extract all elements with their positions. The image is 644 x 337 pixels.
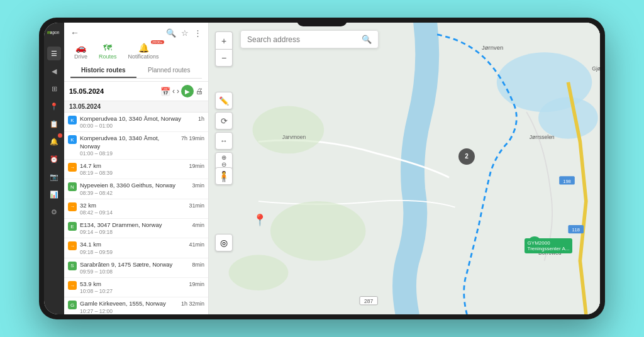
pegman-button[interactable]: 🧍 [215,167,233,185]
list-item[interactable]: N Nypeveien 8, 3360 Geithus, Norway 08:3… [64,179,208,199]
route-name: Nypeveien 8, 3360 Geithus, Norway [80,182,189,189]
route-icon: E [68,222,77,231]
tab-notifications[interactable]: 🔔 Notifications 2000+ [125,41,163,61]
search-input[interactable] [247,35,362,44]
location-button[interactable]: ◎ [215,234,233,251]
route-duration: 1h 32min [181,301,204,307]
route-icon: N [68,182,77,191]
logo-area: m apon [47,28,61,39]
share-tool-button[interactable]: ↔ [215,132,233,150]
route-time: 08:42 – 09:14 [80,209,186,216]
next-date-button[interactable]: › [177,87,179,96]
route-info: 53.9 km 10:08 – 10:27 [80,280,186,294]
pen-tool-button[interactable]: ✏️ [215,92,233,109]
route-name: 14.7 km [80,162,186,170]
route-name: Komperudvea 10, 3340 Åmot, Norway [80,115,195,123]
today-button[interactable]: ▶ [181,85,194,97]
sub-tabs: Historic routes Planned routes [70,64,202,79]
date-controls: 📅 ‹ › ▶ 🖨 [160,85,203,97]
zoom-out-button[interactable]: − [215,49,233,67]
route-name: 53.9 km [80,280,186,288]
sidebar-icon-chart[interactable]: 📊 [47,187,61,201]
list-item[interactable]: → 34.1 km 09:18 – 09:59 41min [64,238,208,258]
search-icon[interactable]: 🔍 [166,28,176,38]
route-time: 01:00 – 08:19 [80,150,178,157]
menu-icon[interactable]: ⋮ [194,28,202,38]
sidebar-icon-clock[interactable]: ⏰ [47,152,61,166]
route-duration: 19min [189,163,204,169]
route-time: 09:59 – 10:08 [80,268,189,275]
search-icon: 🔍 [362,35,372,44]
zoom-in-button[interactable]: + [215,31,233,49]
svg-text:198: 198 [563,179,571,184]
notification-dot [58,133,62,138]
back-button[interactable]: ← [70,28,79,38]
map-svg: 287 198 118 Jørnven Gjørr... Jarvmoen Jø… [209,23,600,314]
drive-icon: 🚗 [75,43,86,53]
mapon-logo: m apon [47,28,61,36]
search-bar[interactable]: 🔍 [240,30,379,48]
route-icon: → [68,202,77,211]
route-time: 10:27 – 12:00 [80,308,178,314]
map-toolbar: ✏️ ⟳ ↔ ⊕⊖ [215,92,233,170]
route-icon: → [68,163,77,172]
svg-text:287: 287 [364,298,373,304]
list-item[interactable]: → 32 km 08:42 – 09:14 31min [64,199,208,219]
route-name: 34.1 km [80,241,186,248]
route-info: 32 km 08:42 – 09:14 [80,202,186,216]
sidebar-icon-doc[interactable]: 📋 [47,117,61,131]
svg-point-4 [538,97,598,138]
map-area[interactable]: 287 198 118 Jørnven Gjørr... Jarvmoen Jø… [209,23,600,314]
route-duration: 4min [192,222,204,228]
route-icon: → [68,241,77,250]
print-button[interactable]: 🖨 [196,87,203,96]
sidebar-icon-pin[interactable]: 📍 [47,99,61,113]
route-duration: 1h [198,116,204,122]
list-item[interactable]: K Komperudvea 10, 3340 Åmot, Norway 00:0… [64,113,208,132]
route-duration: 3min [192,182,204,189]
tab-notifications-label: Notifications [128,53,159,60]
sidebar-icon-alert[interactable]: 🔔 [47,135,61,148]
sub-tab-historic[interactable]: Historic routes [70,64,136,78]
route-duration: 41min [189,241,204,248]
sidebar-icon-menu[interactable]: ☰ [47,47,61,60]
tab-drive[interactable]: 🚗 Drive [70,41,91,61]
icon-sidebar: m apon ☰ ◀ ⊞ 📍 📋 🔔 ⏰ 📷 📊 ⚙ [44,23,64,314]
list-item[interactable]: S Sarabrâten 9, 1475 Sætre, Norway 09:59… [64,258,208,278]
tab-routes[interactable]: 🗺 Routes [95,41,121,61]
route-info: Komperudvea 10, 3340 Åmot, Norway 01:00 … [80,135,178,157]
route-time: 09:14 – 09:18 [80,229,189,235]
routes-icon: 🗺 [103,43,112,53]
route-time: 08:19 – 08:39 [80,170,186,176]
route-icon: K [68,116,77,124]
tab-drive-label: Drive [74,53,87,60]
route-duration: 31min [189,202,204,209]
list-item[interactable]: → 53.9 km 10:08 – 10:27 19min [64,278,208,297]
gym-label: GYM2000Treningssenter A... [525,238,573,253]
sidebar-icon-grid[interactable]: ⊞ [47,82,61,96]
route-icon: K [68,135,77,144]
list-item[interactable]: → 14.7 km 08:19 – 08:39 19min [64,160,208,179]
notifications-badge: 2000+ [151,40,164,44]
sub-tab-planned[interactable]: Planned routes [136,64,203,78]
route-duration: 8min [192,262,204,268]
svg-point-13 [229,255,289,290]
star-icon[interactable]: ☆ [181,28,189,38]
sidebar-icon-settings[interactable]: ⚙ [47,205,61,219]
route-time: 00:00 – 01:00 [80,123,195,129]
sidebar-icon-camera[interactable]: 📷 [47,170,61,184]
date-row: 15.05.2024 📅 ‹ › ▶ 🖨 [64,82,208,101]
route-icon: G [68,301,77,309]
map-marker-2[interactable]: 2 [458,148,475,165]
route-time: 10:08 – 10:27 [80,288,186,294]
zoom-controls: + − [215,31,233,67]
list-item[interactable]: E E134, 3047 Drammen, Norway 09:14 – 09:… [64,219,208,238]
device-frame: m apon ☰ ◀ ⊞ 📍 📋 🔔 ⏰ 📷 📊 ⚙ ← [39,18,605,319]
list-item[interactable]: G Gamle Kirkeveen, 1555, Norway 10:27 – … [64,297,208,314]
prev-date-button[interactable]: ‹ [172,87,175,96]
route-tool-button[interactable]: ⟳ [215,112,233,130]
list-item[interactable]: K Komperudvea 10, 3340 Åmot, Norway 01:0… [64,132,208,160]
calendar-icon[interactable]: 📅 [160,87,170,96]
sidebar-icon-back[interactable]: ◀ [47,64,61,78]
route-info: E134, 3047 Drammen, Norway 09:14 – 09:18 [80,221,189,235]
